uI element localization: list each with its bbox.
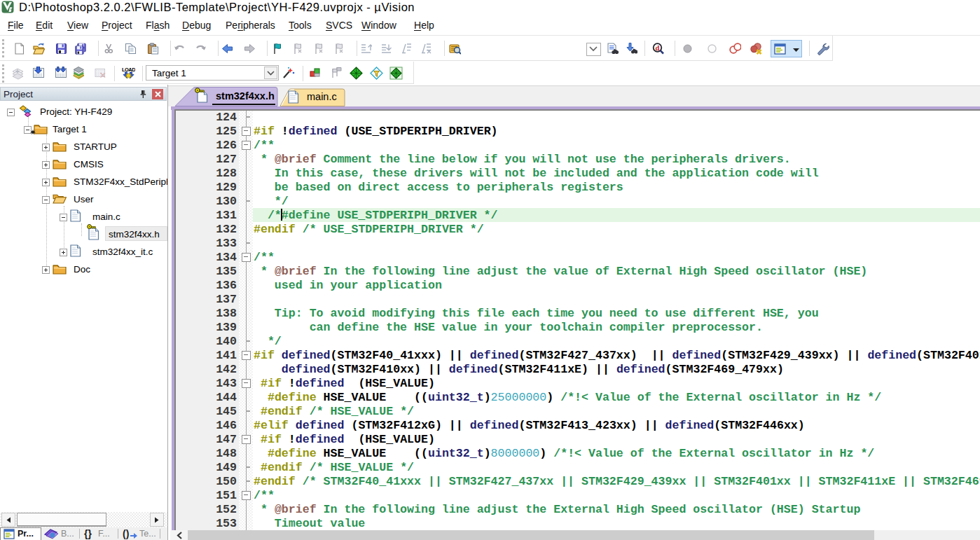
svg-text:d: d [656,44,660,52]
svg-text:LOAD: LOAD [122,67,135,73]
